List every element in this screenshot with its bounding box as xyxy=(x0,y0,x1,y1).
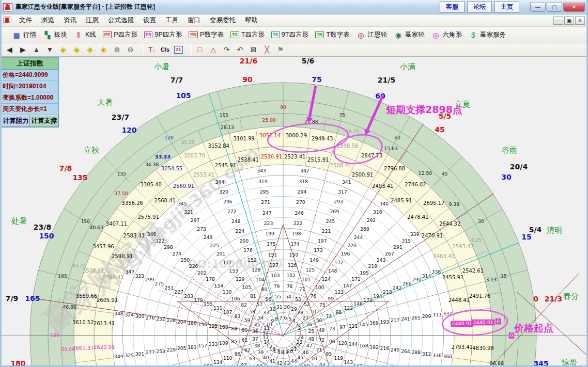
child-minimize-button[interactable]: — xyxy=(553,17,563,25)
spiral-number: 228 xyxy=(167,317,176,323)
toolbar-p9-box-button[interactable]: P99P四方形 xyxy=(144,30,182,39)
minimize-button[interactable]: — xyxy=(530,3,546,12)
menu-item-8[interactable]: 交易委托 xyxy=(205,14,240,26)
box-x-tool-button[interactable]: ⊠ xyxy=(249,44,258,55)
child-close-button[interactable]: ✕ xyxy=(575,17,585,25)
drawing-toolbar: ◀▶▲▼◆←◆→◆↑◆↓⊕⊖T↓Cls21□△↷↶⊠╳⚑ xyxy=(0,43,588,57)
price-value: 2538.41 xyxy=(238,157,259,163)
angle-label: 165 xyxy=(25,294,40,302)
menu-item-5[interactable]: 设置 xyxy=(138,14,161,26)
date-label: 23/8 xyxy=(34,223,51,231)
candlestick-icon: ‖ xyxy=(74,31,83,39)
spiral-number: 317 xyxy=(338,189,347,195)
price-value: 2644.32 xyxy=(439,221,460,227)
menu-item-0[interactable]: 文件 xyxy=(14,14,37,26)
date-label: 45 xyxy=(435,125,444,134)
nav-up-button[interactable]: ▲ xyxy=(32,44,41,55)
spiral-number: 265 xyxy=(411,315,421,321)
percent-value: 31.25 xyxy=(181,139,194,145)
spiral-number: 218 xyxy=(383,289,392,295)
pan-left-button[interactable]: ◆← xyxy=(59,44,68,55)
pan-right-button[interactable]: ◆→ xyxy=(72,44,81,55)
spiral-number: 300 xyxy=(135,313,145,319)
calc-support-button[interactable]: 计算支撑 xyxy=(30,115,58,127)
child-restore-button[interactable]: ▣ xyxy=(564,17,574,25)
spiral-number: 226 xyxy=(189,263,198,269)
maximize-button[interactable]: ▢ xyxy=(547,3,562,12)
degree-value: 180 xyxy=(50,332,59,338)
spiral-number: 343 xyxy=(257,168,266,173)
menu-item-3[interactable]: 江恩 xyxy=(81,14,103,26)
flag-tool-button[interactable]: ⚑ xyxy=(276,44,285,55)
menu-item-6[interactable]: 工具 xyxy=(161,14,183,26)
solar-term-label: 小满 xyxy=(399,62,415,71)
percent-value: 25.00 xyxy=(262,117,276,123)
spiral-number: 58 xyxy=(249,309,255,314)
spiral-number: 119 xyxy=(334,355,344,361)
spiral-number: 103 xyxy=(271,273,280,278)
title-button-0[interactable]: 客服 xyxy=(440,1,465,13)
toolbar-gann-wheel-button[interactable]: ◎江恩轮 xyxy=(356,30,387,39)
spiral-number: 158 xyxy=(204,363,213,367)
degree-value: 120 xyxy=(164,135,174,140)
spiral-number: 95 xyxy=(326,351,332,357)
degree-value: 75 xyxy=(339,112,346,118)
nav-left-button[interactable]: ◀ xyxy=(5,44,14,55)
square-tool-button[interactable]: □ xyxy=(195,44,204,55)
spiral-number: 106 xyxy=(231,296,240,301)
nav-right-button[interactable]: ▶ xyxy=(19,44,27,55)
calc-resistance-button[interactable]: 计算阻力 xyxy=(2,115,30,127)
spiral-number: 240 xyxy=(391,347,400,353)
toolbar-tn-box-button[interactable]: TNT数字表 xyxy=(315,30,349,39)
pan-up-button[interactable]: ◆↑ xyxy=(86,44,95,55)
rotate-ccw-tool-button[interactable]: ↶ xyxy=(236,44,244,55)
rotate-cw-tool-button[interactable]: ↷ xyxy=(222,44,231,55)
price-value: 2746.02 xyxy=(405,182,426,187)
spiral-number: 71 xyxy=(316,347,322,353)
triangle-tool-button[interactable]: △ xyxy=(209,44,218,55)
highlighted-value: 2440.91 xyxy=(473,320,493,325)
zoom-out-button[interactable]: ⊖ xyxy=(126,44,135,55)
toolbar-sector-blocks-button[interactable]: ▚板块 xyxy=(43,30,67,39)
zoom-in-button[interactable]: ⊕ xyxy=(113,44,121,55)
close-button[interactable]: ✕ xyxy=(563,3,585,12)
fit-tool-button[interactable]: ╳ xyxy=(262,44,271,55)
support-annotation: 短期支撑2898点 xyxy=(385,104,462,115)
menu-item-4[interactable]: 公式选股 xyxy=(103,14,138,26)
pan-down-button[interactable]: ◆↓ xyxy=(99,44,108,55)
toolbar-ts-box-button[interactable]: TST四方形 xyxy=(230,30,265,39)
toolbar-pn-box-button[interactable]: PNP数字表 xyxy=(189,30,224,39)
angle-label: 345 xyxy=(533,359,548,367)
title-button-2[interactable]: 主页 xyxy=(494,1,519,13)
spiral-number: 81 xyxy=(250,293,256,299)
menu-item-2[interactable]: 资讯 xyxy=(59,14,81,26)
toolbar-service-dollar-button[interactable]: $赢家服务 xyxy=(469,30,506,39)
toolbar-label: 江恩轮 xyxy=(367,30,387,39)
toolbar-ps-box-button[interactable]: PSP四方形 xyxy=(103,30,137,39)
toolbar-quote-grid-button[interactable]: ▦行情 xyxy=(12,30,36,39)
toolbar-hexagon-button[interactable]: ◎六角形 xyxy=(431,30,462,39)
title-button-1[interactable]: 论坛 xyxy=(467,1,492,13)
spiral-number: 124 xyxy=(321,276,331,282)
toolbar-label: 行情 xyxy=(23,30,36,39)
menu-item-7[interactable]: 窗口 xyxy=(183,14,205,26)
percent-value: 50.00 xyxy=(61,346,75,352)
toolbar-winner-wheel-button[interactable]: ◉赢家轮 xyxy=(394,30,425,39)
spiral-number: 176 xyxy=(243,247,253,253)
toolbar-candlestick-button[interactable]: ‖K线 xyxy=(74,30,96,39)
toolbar-t9-box-button[interactable]: T99T四方形 xyxy=(271,30,308,39)
spiral-number: 54 xyxy=(285,294,291,299)
menu-item-1[interactable]: 浏览 xyxy=(37,14,59,26)
price-value: 3356.26 xyxy=(122,200,143,206)
cls-tool-button[interactable]: Cls xyxy=(161,44,169,55)
price-value: 2560.91 xyxy=(173,183,194,189)
price-time-tool-button[interactable]: T↓ xyxy=(147,44,156,55)
angle-label: 30 xyxy=(501,173,512,181)
nav-down-button[interactable]: ▼ xyxy=(45,44,54,55)
spiral-number: 273 xyxy=(197,226,206,232)
date-label: 180 xyxy=(10,359,25,367)
spiral-number: 200 xyxy=(239,238,249,244)
menu-item-9[interactable]: 帮助 xyxy=(240,14,262,26)
spiral-number: 29 xyxy=(291,306,297,312)
calendar-tool-button[interactable]: 21 xyxy=(174,46,183,54)
